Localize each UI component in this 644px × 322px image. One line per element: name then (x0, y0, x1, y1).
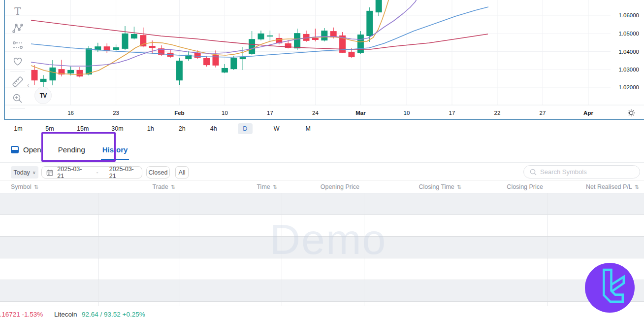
svg-text:Apr: Apr (583, 110, 593, 116)
timeframe-1m[interactable]: 1m (11, 123, 26, 134)
table-row (0, 215, 644, 237)
chart-settings-icon[interactable] (628, 109, 635, 116)
history-table-header: Symbol⇅Trade⇅Time⇅Opening PriceClosing T… (0, 180, 644, 193)
history-table-body (0, 193, 644, 306)
symbol-search[interactable] (523, 165, 640, 179)
column-header-opening-price[interactable]: Opening Price (282, 181, 364, 193)
ticker-quote: 92.64 / 93.52 +0.25% (82, 311, 145, 318)
svg-text:10: 10 (222, 110, 228, 116)
timeframe-1h[interactable]: 1h (143, 123, 158, 134)
table-row (0, 237, 644, 258)
sort-icon: ⇅ (635, 184, 639, 190)
svg-text:16: 16 (67, 110, 74, 116)
ticker-symbol: Litecoin (54, 311, 77, 318)
all-filter-button[interactable]: All (175, 166, 189, 179)
calendar-icon (46, 169, 53, 177)
range-select-value: Today (14, 169, 30, 176)
column-header-symbol[interactable]: Symbol⇅ (0, 181, 99, 193)
svg-text:17: 17 (449, 110, 455, 116)
history-filter-bar: Today ∨ 2025-03-21 - 2025-03-21 Closed A… (0, 163, 644, 181)
svg-text:Feb: Feb (174, 110, 184, 116)
date-range-picker[interactable]: 2025-03-21 - 2025-03-21 (41, 166, 142, 179)
column-header-time[interactable]: Time⇅ (180, 181, 282, 193)
ticker-price-left: 0.16721 -1.53% (0, 311, 43, 318)
sort-icon: ⇅ (457, 184, 461, 190)
svg-text:Mar: Mar (355, 110, 366, 116)
ruler-icon[interactable] (9, 73, 26, 90)
timeframe-4h[interactable]: 4h (206, 123, 221, 134)
column-header-closing-price[interactable]: Closing Price (466, 181, 548, 193)
svg-text:1.02000: 1.02000 (618, 84, 639, 90)
svg-text:10: 10 (404, 110, 410, 116)
sort-icon: ⇅ (171, 184, 175, 190)
chart-region: 1.060001.050001.040001.030001.020001623F… (0, 0, 644, 120)
xabcd-pattern-icon[interactable] (9, 20, 26, 36)
svg-text:1.05000: 1.05000 (618, 31, 639, 36)
toolbar-divider (10, 108, 25, 109)
search-icon (530, 169, 537, 176)
search-input[interactable] (540, 168, 634, 176)
table-row (0, 280, 644, 302)
drawing-toolbar: T (5, 3, 31, 110)
projection-tool-icon[interactable] (9, 36, 26, 53)
table-row (0, 302, 644, 306)
broker-logo-glyph (585, 263, 635, 313)
tab-pending[interactable]: Pending (58, 145, 85, 154)
date-separator: - (97, 169, 98, 176)
timeframe-bar: 1m5m15m30m1h2h4hDWM (0, 120, 644, 137)
timeframe-w[interactable]: W (269, 123, 284, 134)
timeframe-30m[interactable]: 30m (108, 123, 126, 134)
open-positions-icon (11, 146, 19, 153)
column-header-trade[interactable]: Trade⇅ (99, 181, 180, 193)
svg-text:27: 27 (540, 110, 546, 116)
favorites-heart-icon[interactable] (9, 53, 26, 70)
svg-text:1.06000: 1.06000 (618, 12, 639, 18)
trading-app: 1.060001.050001.040001.030001.020001623F… (0, 0, 644, 322)
ticker-status-bar: 0.16721 -1.53% Litecoin 92.64 / 93.52 +0… (0, 306, 644, 322)
tab-open-label: Open (23, 145, 41, 154)
tab-open[interactable]: Open (11, 145, 41, 154)
text-tool-icon[interactable]: T (9, 3, 26, 20)
timeframe-2h[interactable]: 2h (175, 123, 190, 134)
timeframe-m[interactable]: M (301, 123, 316, 134)
table-row (0, 193, 644, 215)
chevron-down-icon: ∨ (32, 170, 36, 175)
svg-text:17: 17 (267, 110, 273, 116)
timeframe-15m[interactable]: 15m (74, 123, 92, 134)
toolbar-collapse-chevron-icon[interactable]: ‹ (27, 81, 29, 89)
column-header-net-realised-pl[interactable]: Net Realised P/L⇅ (548, 181, 644, 193)
date-from-value[interactable]: 2025-03-21 (57, 166, 85, 179)
sort-icon: ⇅ (273, 184, 277, 190)
svg-text:1.04000: 1.04000 (618, 49, 639, 55)
date-to-value[interactable]: 2025-03-21 (109, 166, 137, 179)
range-select[interactable]: Today ∨ (11, 166, 38, 179)
sort-icon: ⇅ (34, 184, 38, 190)
toolbar-divider (10, 72, 25, 72)
table-row (0, 258, 644, 280)
svg-text:24: 24 (312, 110, 319, 116)
timeframe-d[interactable]: D (238, 123, 253, 134)
tradingview-logo[interactable]: TV (34, 87, 52, 104)
price-chart[interactable]: 1.060001.050001.040001.030001.020001623F… (0, 0, 644, 120)
zoom-in-icon[interactable] (9, 90, 26, 107)
closed-filter-button[interactable]: Closed (146, 166, 170, 179)
broker-logo-button[interactable] (585, 263, 635, 313)
tab-history[interactable]: History (102, 145, 128, 154)
orders-tabs: Open Pending History (0, 137, 644, 163)
timeframe-5m[interactable]: 5m (42, 123, 57, 134)
svg-text:1.03000: 1.03000 (618, 67, 639, 72)
svg-text:23: 23 (113, 110, 119, 116)
column-header-closing-time[interactable]: Closing Time⇅ (364, 181, 466, 193)
svg-text:22: 22 (494, 110, 501, 116)
